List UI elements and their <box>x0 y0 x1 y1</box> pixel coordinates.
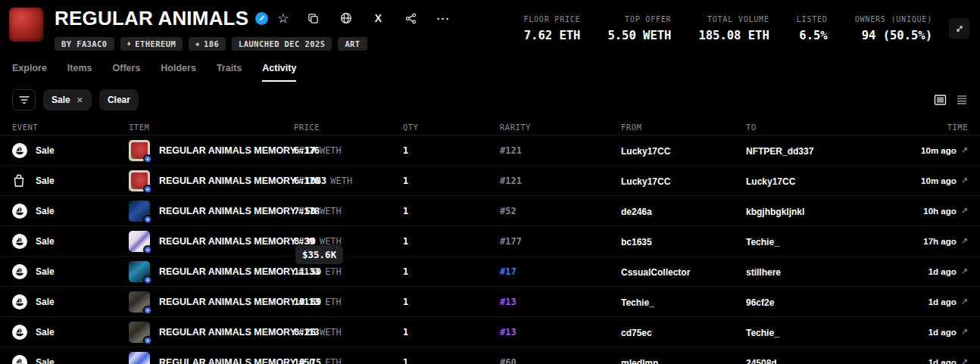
table-row[interactable]: Sale ♦ REGULAR ANIMALS MEMORY #113 10.69… <box>0 287 980 317</box>
table-row[interactable]: Sale ♦ REGULAR ANIMALS MEMORY #133 11.50… <box>0 257 980 287</box>
col-time[interactable]: TIME <box>885 123 968 132</box>
external-link-icon[interactable]: ↗ <box>961 206 968 216</box>
external-link-icon[interactable]: ↗ <box>961 236 968 246</box>
time-cell[interactable]: 10h ago ↗ <box>885 206 968 216</box>
item-cell[interactable]: ♦ REGULAR ANIMALS MEMORY #113 <box>129 291 294 313</box>
more-options-icon[interactable]: ··· <box>438 12 450 24</box>
x-twitter-icon[interactable]: X <box>373 12 385 24</box>
badge-launched[interactable]: LAUNCHED DEC 2025 <box>232 37 332 51</box>
price-currency: WETH <box>320 206 342 216</box>
item-cell[interactable]: ♦ REGULAR ANIMALS MEMORY #113 <box>129 322 294 343</box>
time-cell[interactable]: 1d ago ↗ <box>885 327 968 337</box>
from-address[interactable]: Lucky17CC <box>621 146 670 157</box>
tab-activity[interactable]: Activity <box>262 63 296 82</box>
to-address[interactable]: stillhere <box>746 267 781 278</box>
from-address[interactable]: cd75ec <box>621 328 652 338</box>
time-cell[interactable]: 10m ago ↗ <box>885 176 968 185</box>
col-item[interactable]: ITEM <box>129 123 294 132</box>
time-cell[interactable]: 1d ago ↗ <box>885 266 968 276</box>
remove-filter-icon[interactable]: ✕ <box>76 95 83 105</box>
from-address[interactable]: CssualCollector <box>621 267 690 278</box>
item-thumbnail: ♦ <box>129 261 150 282</box>
tab-explore[interactable]: Explore <box>12 63 47 80</box>
badge-creator[interactable]: BY FA3AC0 <box>55 37 114 51</box>
to-address[interactable]: Lucky17CC <box>746 176 795 187</box>
collapse-header-button[interactable] <box>949 18 969 39</box>
eth-badge-icon: ♦ <box>143 154 152 163</box>
table-row[interactable]: Sale ♦ REGULAR ANIMALS MEMORY #113 8.26W… <box>0 317 980 347</box>
rarity-rank[interactable]: #121 <box>500 176 522 186</box>
tab-offers[interactable]: Offers <box>113 63 141 80</box>
opensea-icon <box>12 355 27 364</box>
tab-holders[interactable]: Holders <box>161 63 196 80</box>
rarity-rank[interactable]: #13 <box>500 297 517 307</box>
col-event[interactable]: EVENT <box>12 123 129 132</box>
item-cell[interactable]: ♦ REGULAR ANIMALS MEMORY #178 <box>129 201 294 222</box>
favorite-star-icon[interactable]: ☆ <box>277 11 289 26</box>
from-address[interactable]: mledlmn <box>621 358 658 364</box>
to-address[interactable]: kbgjhbgkljnkl <box>746 207 804 217</box>
external-link-icon[interactable]: ↗ <box>961 357 968 364</box>
col-from[interactable]: FROM <box>621 123 746 132</box>
table-row[interactable]: Sale ♦ REGULAR ANIMALS MEMORY #39 8.30WE… <box>0 226 980 257</box>
item-cell[interactable]: ♦ REGULAR ANIMALS MEMORY #133 <box>129 261 294 282</box>
website-globe-icon[interactable] <box>340 12 352 24</box>
clear-filters-button[interactable]: Clear <box>99 89 139 110</box>
table-row[interactable]: Sale ♦ REGULAR ANIMALS MEMORY #176 6.17W… <box>0 135 980 166</box>
stat-floor-price: FLOOR PRICE 7.62 ETH <box>523 15 580 42</box>
price-cell: 6.1083WETH <box>294 176 403 186</box>
price-cell: 11.50ETH <box>294 266 403 277</box>
col-qty[interactable]: QTY <box>403 123 500 132</box>
from-address[interactable]: Lucky17CC <box>621 176 670 187</box>
badge-supply[interactable]: ◈186 <box>189 37 226 51</box>
rarity-rank[interactable]: #60 <box>500 357 517 364</box>
time-cell[interactable]: 1d ago ↗ <box>885 297 968 306</box>
token-count-icon: ◈ <box>195 40 200 48</box>
item-cell[interactable]: ♦ REGULAR ANIMALS MEMORY #39 <box>129 231 294 252</box>
copy-icon[interactable] <box>307 12 320 24</box>
to-address[interactable]: NFTPER_dd337 <box>746 146 813 157</box>
time-ago: 10m ago <box>921 146 957 155</box>
tab-items[interactable]: Items <box>67 63 92 80</box>
share-icon[interactable] <box>405 12 417 24</box>
filter-button[interactable] <box>12 89 36 110</box>
filter-chip-sale[interactable]: Sale ✕ <box>43 89 92 110</box>
dense-list-view-icon[interactable] <box>956 94 968 106</box>
badge-category[interactable]: ART <box>338 37 367 51</box>
external-link-icon[interactable]: ↗ <box>961 297 968 306</box>
external-link-icon[interactable]: ↗ <box>961 266 968 276</box>
external-link-icon[interactable]: ↗ <box>961 327 968 337</box>
from-address[interactable]: Techie_ <box>621 297 654 308</box>
external-link-icon[interactable]: ↗ <box>961 176 968 185</box>
rarity-rank[interactable]: #13 <box>500 327 517 338</box>
collection-avatar[interactable] <box>9 8 43 42</box>
to-address[interactable]: Techie_ <box>746 328 779 338</box>
rarity-rank[interactable]: #52 <box>500 206 517 216</box>
to-address[interactable]: Techie_ <box>746 237 779 247</box>
rarity-rank[interactable]: #177 <box>500 236 522 247</box>
to-address[interactable]: 96cf2e <box>746 297 774 308</box>
badge-chain[interactable]: ♦ETHEREUM <box>120 37 183 51</box>
opensea-icon <box>12 234 27 249</box>
rarity-rank[interactable]: #17 <box>500 266 517 277</box>
tab-traits[interactable]: Traits <box>217 63 242 80</box>
external-link-icon[interactable]: ↗ <box>961 145 968 155</box>
item-cell[interactable]: ♦ REGULAR ANIMALS MEMORY #50 <box>129 352 294 364</box>
item-cell[interactable]: ♦ REGULAR ANIMALS MEMORY #176 <box>129 170 294 191</box>
to-address[interactable]: 24508d <box>746 358 777 364</box>
col-rarity[interactable]: RARITY <box>500 123 621 132</box>
from-address[interactable]: bc1635 <box>621 237 652 247</box>
table-row[interactable]: Sale ♦ REGULAR ANIMALS MEMORY #50 10.75E… <box>0 347 980 364</box>
table-row[interactable]: Sale ♦ REGULAR ANIMALS MEMORY #178 7.50W… <box>0 196 980 226</box>
row-view-icon[interactable] <box>934 94 947 106</box>
time-cell[interactable]: 1d ago ↗ <box>885 357 968 364</box>
time-cell[interactable]: 17h ago ↗ <box>885 236 968 246</box>
table-row[interactable]: Sale ♦ REGULAR ANIMALS MEMORY #176 6.108… <box>0 166 980 196</box>
rarity-rank[interactable]: #121 <box>500 145 522 156</box>
quantity: 1 <box>403 327 500 338</box>
col-price[interactable]: PRICE <box>294 123 403 132</box>
from-address[interactable]: de246a <box>621 207 652 217</box>
item-cell[interactable]: ♦ REGULAR ANIMALS MEMORY #176 <box>129 140 294 161</box>
time-cell[interactable]: 10m ago ↗ <box>885 145 968 155</box>
col-to[interactable]: TO <box>746 123 885 132</box>
